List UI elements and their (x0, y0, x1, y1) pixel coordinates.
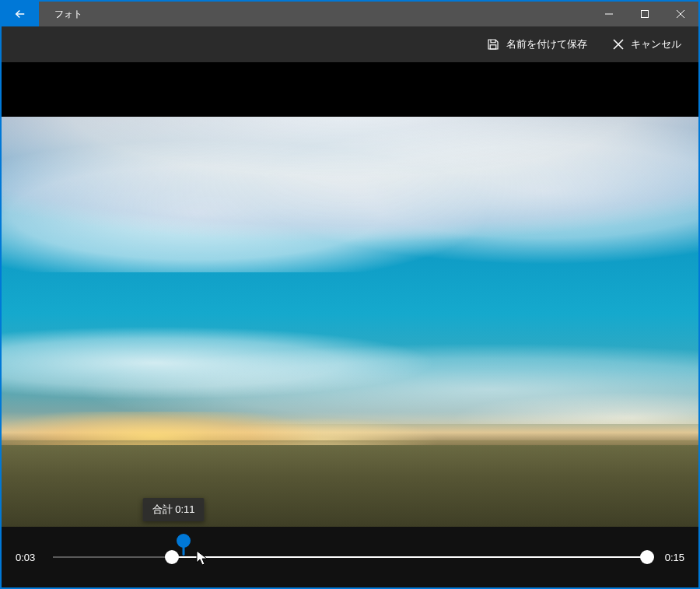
toolbar: 名前を付けて保存 キャンセル (2, 26, 698, 62)
maximize-icon (641, 10, 649, 18)
track-fill (172, 556, 647, 558)
minimize-icon (605, 10, 613, 18)
close-button[interactable] (663, 2, 698, 26)
maximize-button[interactable] (627, 2, 663, 26)
minimize-button[interactable] (591, 2, 627, 26)
cancel-button[interactable]: キャンセル (604, 33, 689, 56)
title-bar: フォト (2, 0, 698, 26)
save-as-label: 名前を付けて保存 (506, 37, 587, 51)
app-window: フォト 名前を付けて保存 キャンセル (2, 0, 698, 587)
video-frame-image (2, 117, 698, 527)
content-area: 合計 0:11 0:03 0:15 (2, 62, 698, 587)
cancel-label: キャンセル (631, 37, 681, 51)
back-button[interactable] (2, 2, 39, 26)
trim-start-handle[interactable] (165, 550, 179, 564)
arrow-left-icon (13, 7, 27, 21)
cancel-icon (612, 38, 625, 51)
save-as-button[interactable]: 名前を付けて保存 (478, 33, 595, 56)
svg-rect-1 (490, 45, 496, 49)
playhead-handle[interactable] (177, 534, 191, 548)
trim-bar: 0:03 0:15 (2, 527, 698, 587)
duration-tooltip: 合計 0:11 (143, 498, 205, 521)
close-icon (677, 10, 684, 18)
duration-tooltip-text: 合計 0:11 (152, 503, 195, 515)
video-preview[interactable] (2, 62, 698, 527)
trim-start-time: 0:03 (16, 552, 39, 563)
trim-end-time: 0:15 (661, 552, 684, 563)
window-controls (591, 2, 698, 26)
window-title: フォト (54, 8, 82, 21)
save-as-icon (486, 37, 500, 51)
trim-slider[interactable] (53, 545, 647, 569)
trim-end-handle[interactable] (640, 550, 654, 564)
svg-rect-0 (642, 11, 649, 18)
